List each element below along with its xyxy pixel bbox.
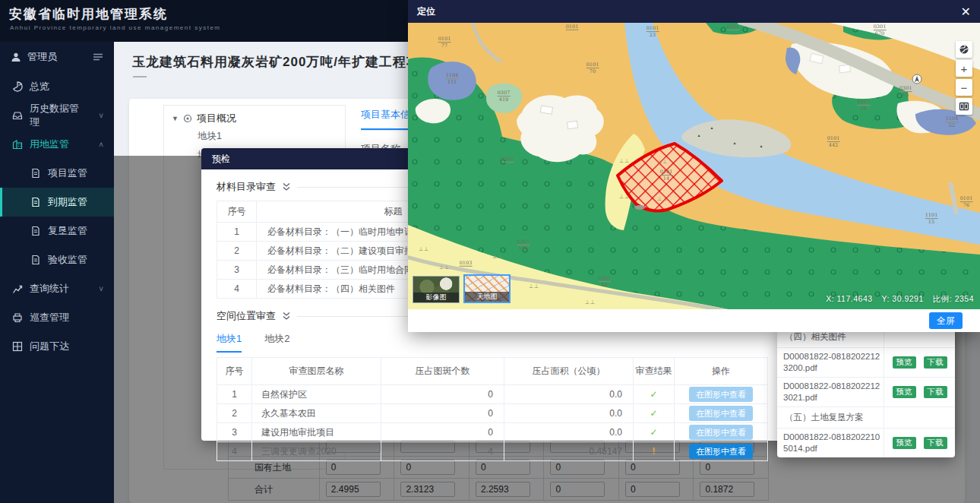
cell-seq: 1 (217, 223, 257, 242)
close-icon[interactable]: ✕ (961, 5, 971, 19)
zoom-out-icon[interactable]: − (956, 79, 972, 96)
sidebar-item-label: 复垦监管 (48, 224, 87, 238)
map-drawing (408, 23, 980, 309)
coord-x: 117.4643 (837, 294, 873, 303)
preview-button[interactable]: 预览 (893, 386, 916, 398)
sidebar-item-land-supervision[interactable]: 用地监管 ˄ (0, 130, 114, 159)
app-title: 安徽省临时用地管理系统 (9, 5, 168, 23)
col-header-action: 操作 (675, 358, 768, 385)
sidebar-item-acceptance-supervision[interactable]: 验收监管 (0, 245, 114, 274)
sidebar-user: 管理员 (0, 42, 114, 72)
cell-seq: 2 (217, 242, 257, 261)
chevron-up-icon: ˄ (99, 141, 103, 149)
view-in-map-button[interactable]: 在图形中查看 (689, 444, 753, 459)
cell-seq: 3 (217, 261, 257, 280)
layer-review-table: 序号 审查图层名称 压占图斑个数 压占面积（公顷） 审查结果 操作 1 自然保护… (217, 357, 768, 461)
basemap-imagery[interactable]: 影像图 (413, 276, 460, 303)
tree-node-parcel-1[interactable]: 地块1 (164, 127, 345, 146)
chevron-down-icon: ˅ (99, 112, 103, 120)
table-header-row: 序号 审查图层名称 压占图斑个数 压占面积（公顷） 审查结果 操作 (217, 358, 768, 385)
download-button[interactable]: 下载 (924, 386, 947, 398)
inbox-icon (12, 110, 23, 121)
sidebar-item-history-data[interactable]: 历史数据管理 ˅ (0, 101, 114, 130)
map-status-bar: X: 117.4643 Y: 30.9291 比例: 2354 (826, 294, 974, 305)
sidebar-item-label: 问题下达 (30, 340, 69, 353)
globe-icon[interactable] (956, 41, 972, 58)
table-row: 2 永久基本农田 0 0.0 ✓ 在图形中查看 (217, 404, 768, 423)
double-chevron-down-icon[interactable] (282, 312, 291, 321)
view-in-map-button[interactable]: 在图形中查看 (689, 425, 753, 440)
sidebar-item-label: 用地监管 (30, 138, 69, 151)
sidebar-user-name: 管理员 (27, 50, 57, 64)
col-header-area: 压占面积（公顷） (504, 358, 634, 385)
chart-icon (12, 283, 23, 294)
cell-seq: 4 (217, 280, 257, 299)
basemap-tianditu[interactable]: 天地图 (463, 274, 511, 303)
download-button[interactable]: 下载 (924, 356, 947, 369)
double-chevron-down-icon[interactable] (282, 182, 291, 191)
fullscreen-button[interactable]: 全屏 (929, 312, 963, 329)
attachments-panel: （四）相关图件 D00081822-08182022123200.pdf 预览 … (777, 327, 955, 457)
chevron-down-icon: ˅ (99, 285, 103, 293)
attachment-file-name: D00081822-08182022123021.pdf (777, 378, 884, 407)
preview-button[interactable]: 预览 (893, 356, 916, 369)
check-icon: ✓ (650, 427, 657, 438)
preview-button[interactable]: 预览 (893, 437, 916, 449)
spatial-section-label: 空间位置审查 (217, 309, 276, 323)
sidebar-item-inspection-management[interactable]: 巡查管理 (0, 303, 114, 332)
col-header-patch-count: 压占图斑个数 (381, 358, 504, 385)
title-underline (133, 76, 147, 78)
basemap-switcher: 影像图 天地图 (413, 274, 511, 303)
sidebar: 管理员 总览 历史数据管理 ˅ 用地监管 ˄ 项目监管 到期监管 复垦监管 验收… (0, 42, 114, 503)
target-icon (183, 114, 192, 123)
basemap-label: 影像图 (413, 293, 459, 302)
check-icon: ✓ (650, 389, 657, 400)
sidebar-item-label: 总览 (30, 80, 49, 93)
document-icon (30, 255, 41, 265)
locate-modal: 定位 ✕ (408, 0, 980, 332)
sidebar-item-reclamation-supervision[interactable]: 复垦监管 (0, 217, 114, 245)
tab-parcel-2[interactable]: 地块2 (264, 332, 289, 353)
tree-root-label: 项目概况 (197, 112, 236, 125)
grid-icon (12, 341, 23, 352)
locate-modal-title: 定位 (417, 5, 435, 18)
view-in-map-button[interactable]: 在图形中查看 (689, 387, 753, 402)
attachment-file-name: D00081822-08182022105014.pdf (777, 429, 884, 457)
col-header-seq: 序号 (217, 358, 252, 385)
sidebar-item-label: 验收监管 (48, 253, 87, 267)
collapse-menu-icon[interactable] (93, 52, 103, 62)
map-controls: + − (956, 41, 972, 115)
building-icon (12, 139, 23, 150)
printer-icon (12, 312, 23, 323)
warning-icon: ! (653, 446, 656, 457)
table-row: 1 自然保护区 0 0.0 ✓ 在图形中查看 (217, 385, 768, 404)
sidebar-item-overview[interactable]: 总览 (0, 72, 114, 101)
sidebar-item-project-supervision[interactable]: 项目监管 (0, 159, 114, 188)
sidebar-item-expiry-supervision[interactable]: 到期监管 (0, 188, 114, 217)
tree-node-project-overview[interactable]: ▼ 项目概况 (164, 106, 345, 127)
col-header-layer-name: 审查图层名称 (252, 358, 381, 385)
tab-parcel-1[interactable]: 地块1 (217, 332, 242, 353)
sidebar-item-label: 项目监管 (48, 166, 87, 180)
basemap-label: 天地图 (465, 292, 509, 302)
sidebar-item-label: 历史数据管理 (30, 102, 85, 129)
check-icon: ✓ (650, 408, 657, 419)
download-button[interactable]: 下载 (924, 437, 947, 449)
table-row: 4 三调变更调查2020 4 0.45147 ! 在图形中查看 (217, 442, 768, 461)
user-icon (11, 52, 21, 62)
view-in-map-button[interactable]: 在图形中查看 (689, 406, 753, 421)
split-view-icon[interactable] (956, 98, 972, 115)
attachment-category-label: （五）土地复垦方案 (777, 407, 884, 428)
sidebar-item-issue-assignment[interactable]: 问题下达 (0, 332, 114, 361)
attachment-file-row: D00081822-08182022123200.pdf 预览 下载 (777, 348, 955, 378)
zoom-in-icon[interactable]: + (956, 60, 972, 77)
map-canvas[interactable]: 0101770101230101030101017011041110307419… (408, 23, 980, 309)
attachment-file-name: D00081822-08182022123200.pdf (777, 348, 884, 377)
coord-y: 30.9291 (892, 294, 923, 303)
sidebar-item-query-statistics[interactable]: 查询统计 ˅ (0, 274, 114, 303)
precheck-modal-title: 预检 (212, 153, 230, 166)
sidebar-item-label: 到期监管 (48, 195, 87, 209)
sidebar-item-label: 查询统计 (30, 282, 69, 296)
tree-caret-icon: ▼ (172, 115, 179, 122)
material-section-label: 材料目录审查 (217, 180, 276, 194)
